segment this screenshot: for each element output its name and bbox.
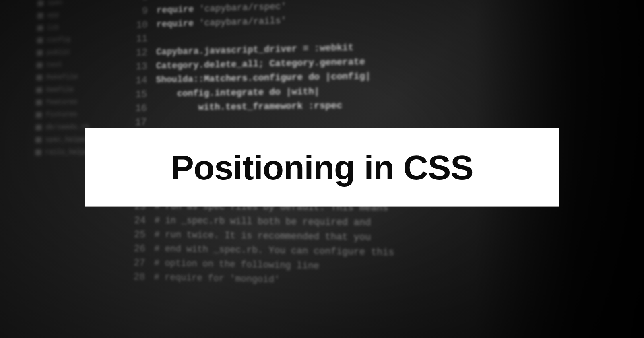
file-label: db/seeds.rb bbox=[45, 123, 89, 131]
file-tree-item: features bbox=[34, 95, 128, 109]
line-number: 15 bbox=[128, 88, 147, 102]
title-card: Positioning in CSS bbox=[85, 128, 559, 207]
file-icon bbox=[37, 50, 43, 56]
file-icon bbox=[37, 62, 43, 68]
file-icon bbox=[36, 74, 42, 80]
line-number: 10 bbox=[128, 18, 148, 33]
line-number: 9 bbox=[129, 4, 148, 19]
file-label: config bbox=[47, 36, 70, 44]
file-label: Gemfile bbox=[46, 85, 74, 93]
file-label: public bbox=[47, 48, 70, 56]
file-icon bbox=[35, 137, 41, 142]
line-number: 27 bbox=[126, 256, 145, 270]
file-tree-item: Rakefile bbox=[35, 70, 128, 84]
file-label: features bbox=[46, 98, 78, 106]
line-number: 25 bbox=[126, 228, 146, 242]
file-label: fixtures bbox=[46, 111, 78, 119]
title-text: Positioning in CSS bbox=[121, 148, 523, 188]
line-number: 17 bbox=[128, 115, 147, 130]
file-label: app bbox=[47, 11, 59, 19]
file-icon bbox=[35, 124, 41, 130]
file-icon bbox=[36, 87, 42, 93]
line-number: 24 bbox=[126, 214, 146, 228]
hero-image: dbspecapplibconfigpublictestRakefileGemf… bbox=[0, 0, 644, 338]
file-tree-item: public bbox=[35, 44, 128, 59]
file-icon bbox=[37, 12, 43, 18]
line-number: 26 bbox=[126, 242, 145, 256]
line-number: 16 bbox=[128, 101, 147, 115]
line-number: 11 bbox=[128, 32, 148, 46]
file-icon bbox=[35, 149, 41, 155]
file-tree-item: fixtures bbox=[34, 107, 128, 121]
line-number: 13 bbox=[128, 60, 147, 74]
line-number: 14 bbox=[128, 74, 147, 88]
line-number: 28 bbox=[126, 270, 145, 284]
file-tree-item: Gemfile bbox=[35, 82, 128, 96]
file-icon bbox=[37, 25, 43, 31]
line-number: 12 bbox=[128, 46, 148, 60]
file-icon bbox=[37, 37, 43, 43]
file-icon bbox=[36, 112, 42, 117]
file-label: test bbox=[46, 61, 62, 69]
file-label: Rakefile bbox=[46, 73, 78, 81]
file-icon bbox=[37, 0, 43, 6]
file-label: lib bbox=[47, 23, 59, 31]
file-label: spec bbox=[47, 0, 63, 7]
file-icon bbox=[36, 99, 42, 105]
file-tree-item: test bbox=[35, 57, 128, 71]
